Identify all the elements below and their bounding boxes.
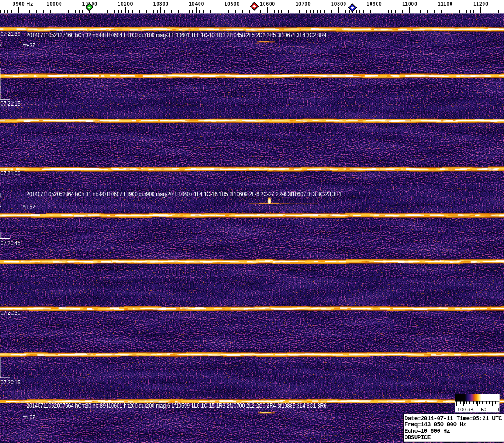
svg-text:11100: 11100 [438, 1, 453, 7]
svg-text:10200: 10200 [118, 1, 133, 7]
svg-text:^t+27: ^t+27 [23, 42, 35, 49]
svg-text:10600: 10600 [260, 1, 275, 7]
svg-text:-50: -50 [479, 407, 487, 412]
svg-text:07:20:30: 07:20:30 [1, 309, 20, 316]
svg-text:^: ^ [0, 204, 1, 211]
svg-text:10500: 10500 [225, 1, 240, 7]
svg-text:0: 0 [496, 407, 499, 412]
svg-text:^: ^ [0, 414, 1, 421]
svg-text:07:20:15: 07:20:15 [1, 379, 20, 386]
svg-text:10800: 10800 [331, 1, 346, 7]
svg-text:20140711052052364 hCnt31 nb-90: 20140711052052364 hCnt31 nb-90 f10607 hi… [27, 191, 342, 198]
svg-text:20140711052127460 hCnt32 nb-88: 20140711052127460 hCnt32 nb-88 f10604 hi… [27, 32, 327, 39]
svg-text:^t+52: ^t+52 [23, 204, 35, 211]
svg-text:07:21:30: 07:21:30 [1, 30, 20, 37]
svg-text:^t+07: ^t+07 [23, 414, 35, 421]
svg-text:11000: 11000 [402, 1, 418, 7]
svg-text:OBSUPICE: OBSUPICE [405, 434, 431, 441]
svg-text:07:21:15: 07:21:15 [1, 100, 20, 107]
svg-text:10300: 10300 [153, 1, 169, 7]
svg-text:20140711052007564 hCnt30 nb-89: 20140711052007564 hCnt30 nb-89 f10601 hi… [27, 402, 328, 409]
svg-text:Hz: Hz [27, 1, 33, 7]
svg-text:10700: 10700 [296, 1, 311, 7]
svg-text:^: ^ [0, 42, 1, 49]
svg-text:9900: 9900 [13, 1, 25, 7]
svg-text:-100 dB: -100 dB [456, 407, 474, 412]
svg-text:11200: 11200 [473, 1, 489, 7]
svg-text:07:20:45: 07:20:45 [1, 239, 20, 246]
svg-text:07:21:00: 07:21:00 [1, 170, 20, 177]
svg-text:10900: 10900 [367, 1, 382, 7]
svg-text:10400: 10400 [189, 1, 204, 7]
svg-text:10000: 10000 [46, 1, 62, 7]
svg-text:Echo=10 600 Hz: Echo=10 600 Hz [405, 428, 450, 435]
